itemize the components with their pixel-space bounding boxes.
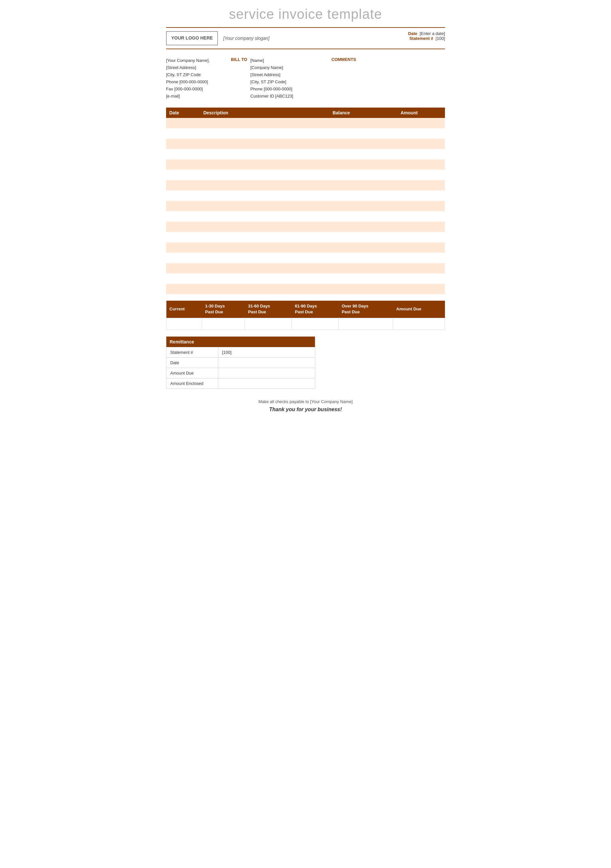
company-slogan: [Your company slogan] xyxy=(223,36,269,41)
table-row xyxy=(166,273,445,284)
row-amount xyxy=(397,242,445,253)
bill-to-phone: Phone [000-000-0000] xyxy=(250,85,331,93)
row-balance xyxy=(329,284,397,294)
remittance-row: Amount Due xyxy=(166,368,315,378)
row-balance xyxy=(329,160,397,170)
logo-slogan-area: YOUR LOGO HERE [Your company slogan] xyxy=(166,31,269,45)
table-row xyxy=(166,263,445,273)
row-date xyxy=(166,222,200,232)
table-row xyxy=(166,211,445,222)
row-date xyxy=(166,139,200,149)
row-amount xyxy=(397,263,445,273)
row-desc xyxy=(200,263,330,273)
remittance-row: Amount Enclosed xyxy=(166,378,315,389)
company-phone: Phone [000-000-0000] xyxy=(166,78,231,85)
invoice-table: Date Description Balance Amount xyxy=(166,108,445,294)
col-header-balance: Balance xyxy=(329,108,397,118)
row-amount xyxy=(397,253,445,263)
footer-section: Make all checks payable to [Your Company… xyxy=(166,399,445,412)
bill-to-city: [City, ST ZIP Code] xyxy=(250,78,331,85)
row-desc xyxy=(200,242,330,253)
row-balance xyxy=(329,253,397,263)
table-row xyxy=(166,222,445,232)
remittance-label: Amount Enclosed xyxy=(166,378,218,389)
row-date xyxy=(166,211,200,222)
table-row xyxy=(166,149,445,160)
info-section: [Your Company Name]. [Street Address] [C… xyxy=(166,57,445,100)
row-date xyxy=(166,201,200,211)
remittance-value xyxy=(218,368,315,378)
summary-31-60-value xyxy=(245,318,292,330)
row-desc xyxy=(200,180,330,191)
row-amount xyxy=(397,160,445,170)
table-row xyxy=(166,284,445,294)
row-desc xyxy=(200,191,330,201)
row-amount xyxy=(397,232,445,242)
footer-thanks: Thank you for your business! xyxy=(166,407,445,412)
bill-to-label: BILL TO xyxy=(231,56,247,62)
row-balance xyxy=(329,222,397,232)
remittance-table: Remittance Statement # [100] Date Amount… xyxy=(166,336,315,389)
summary-over-90-value xyxy=(339,318,393,330)
table-row xyxy=(166,170,445,180)
row-desc xyxy=(200,222,330,232)
table-row xyxy=(166,128,445,139)
row-desc xyxy=(200,273,330,284)
footer-note: Make all checks payable to [Your Company… xyxy=(166,399,445,404)
remittance-value xyxy=(218,357,315,368)
row-desc xyxy=(200,160,330,170)
row-amount xyxy=(397,273,445,284)
summary-61-90-value xyxy=(292,318,338,330)
summary-amount-due-value xyxy=(393,318,445,330)
table-row xyxy=(166,160,445,170)
bill-to-address: [Street Address] xyxy=(250,71,331,78)
col-header-description: Description xyxy=(200,108,330,118)
row-balance xyxy=(329,201,397,211)
date-value: [Enter a date] xyxy=(420,31,445,36)
summary-header-amount-due: Amount Due xyxy=(393,301,445,318)
row-date xyxy=(166,191,200,201)
row-amount xyxy=(397,211,445,222)
statement-value: [100] xyxy=(435,36,445,41)
row-amount xyxy=(397,139,445,149)
row-desc xyxy=(200,118,330,128)
row-date xyxy=(166,118,200,128)
table-row xyxy=(166,201,445,211)
summary-data-row xyxy=(166,318,445,330)
comments-col: COMMENTS xyxy=(331,57,445,100)
row-amount xyxy=(397,201,445,211)
row-amount xyxy=(397,149,445,160)
company-name: [Your Company Name]. xyxy=(166,57,231,64)
row-balance xyxy=(329,149,397,160)
table-row xyxy=(166,191,445,201)
row-desc xyxy=(200,128,330,139)
row-desc xyxy=(200,253,330,263)
date-line: Date [Enter a date] xyxy=(408,31,445,36)
remittance-row: Statement # [100] xyxy=(166,347,315,357)
company-city: [City, ST ZIP Code xyxy=(166,71,231,78)
row-amount xyxy=(397,284,445,294)
row-date xyxy=(166,128,200,139)
logo-box: YOUR LOGO HERE xyxy=(166,31,218,45)
table-header-row: Date Description Balance Amount xyxy=(166,108,445,118)
row-amount xyxy=(397,128,445,139)
table-row xyxy=(166,180,445,191)
row-date xyxy=(166,263,200,273)
company-email: [e-mail] xyxy=(166,93,231,100)
bill-to-info: [Name] [Company Name] [Street Address] [… xyxy=(250,57,331,100)
remittance-row: Date xyxy=(166,357,315,368)
row-date xyxy=(166,253,200,263)
row-balance xyxy=(329,263,397,273)
row-amount xyxy=(397,191,445,201)
summary-1-30-value xyxy=(202,318,245,330)
row-desc xyxy=(200,139,330,149)
company-info: [Your Company Name]. [Street Address] [C… xyxy=(166,57,231,100)
row-balance xyxy=(329,273,397,284)
row-date xyxy=(166,149,200,160)
remittance-label: Amount Due xyxy=(166,368,218,378)
row-amount xyxy=(397,118,445,128)
table-row xyxy=(166,232,445,242)
col-header-amount: Amount xyxy=(397,108,445,118)
table-row xyxy=(166,253,445,263)
row-balance xyxy=(329,128,397,139)
